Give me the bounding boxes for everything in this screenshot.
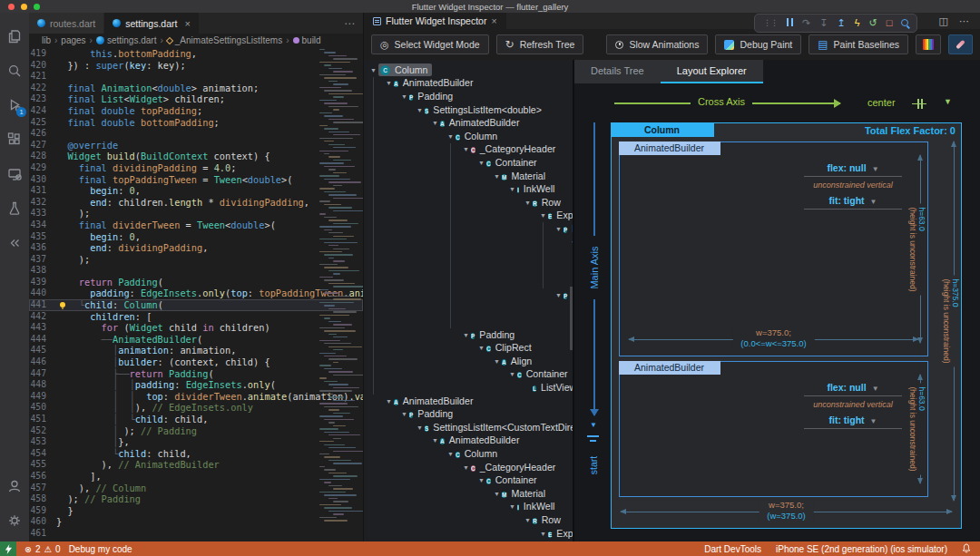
tree-item-Row[interactable]: ▼RRow	[368, 196, 573, 210]
slow-animations-button[interactable]: Slow Animations	[606, 34, 708, 54]
tree-item-AnimatedBuilder[interactable]: ▼AAnimatedBuilder	[368, 395, 573, 408]
problems-status[interactable]: ⊗ 2 ⚠ 0	[24, 544, 61, 554]
search-icon[interactable]	[0, 54, 29, 88]
chevron-down-icon[interactable]: ▼	[554, 292, 564, 298]
chevron-down-icon[interactable]: ▼	[415, 107, 425, 113]
column-layout-box[interactable]: Column Total Flex Factor: 0 AnimatedBuil…	[611, 122, 962, 529]
tree-item-Material[interactable]: ▼MMaterial	[368, 170, 573, 183]
tree-item-AnimatedBuilder[interactable]: ▼AAnimatedBuilder	[368, 116, 573, 130]
tab-flutter-widget-inspector[interactable]: Flutter Widget Inspector ×	[364, 13, 506, 29]
dart-devtools-status[interactable]: Dart DevTools	[704, 544, 761, 554]
split-editor-icon[interactable]: ◫	[939, 15, 948, 27]
drag-icon[interactable]: ⋮⋮	[763, 19, 778, 27]
chevron-down-icon[interactable]: ▼	[446, 133, 456, 140]
chevron-down-icon[interactable]: ▼	[507, 503, 517, 510]
tree-item-Padding[interactable]: ▼PPadding	[368, 328, 573, 342]
notifications-bell-icon[interactable]	[962, 543, 971, 555]
tab-details-tree[interactable]: Details Tree	[574, 60, 661, 83]
close-icon[interactable]: ×	[491, 15, 496, 26]
code-editor[interactable]: 419 this.bottomPadding,420 }) : super(ke…	[29, 47, 363, 541]
breadcrumb-item-build[interactable]: build	[293, 35, 321, 45]
tree-item-Column[interactable]: ▼CColumn	[368, 63, 573, 77]
fit-dropdown[interactable]: fit: tight▼	[804, 415, 902, 429]
flex-dropdown[interactable]: flex: null▼	[804, 162, 902, 177]
run-debug-icon[interactable]: 1	[0, 88, 29, 122]
chevron-down-icon[interactable]: ▼	[430, 120, 440, 126]
testing-icon[interactable]	[0, 191, 29, 226]
column-box-header[interactable]: Column	[611, 122, 714, 137]
chevron-down-icon[interactable]: ▼	[384, 398, 394, 405]
tree-item-Align[interactable]: ▼AAlign	[368, 355, 573, 368]
editor-more-actions-icon[interactable]: ⋯	[336, 13, 363, 34]
tree-item-Expanded[interactable]: ▼EExpanded	[368, 210, 573, 223]
tree-item-SizeTransition[interactable]: ▼SSizeTransition	[368, 262, 573, 276]
pause-icon[interactable]	[787, 18, 793, 28]
hot-reload-icon[interactable]: ϟ	[855, 18, 860, 28]
debug-paint-button[interactable]: Debug Paint	[715, 34, 801, 54]
tree-item-Padding[interactable]: ▼PPadding	[368, 90, 573, 103]
remote-indicator[interactable]	[0, 541, 16, 556]
tree-item-RotationTransition[interactable]: ▼RRotationTransition	[368, 302, 573, 316]
theme-brush-button[interactable]	[948, 34, 973, 54]
tree-item-SettingsListItem-CustomTextDirection-[interactable]: ▼SSettingsListItem<CustomTextDirection>	[368, 421, 573, 434]
tree-item-Container[interactable]: ▼CContainer	[368, 156, 573, 170]
chevron-down-icon[interactable]: ▼	[554, 226, 564, 232]
chevron-down-icon[interactable]: ▼	[430, 437, 440, 444]
tree-item-SettingsListItem-double-[interactable]: ▼SSettingsListItem<double>	[368, 103, 573, 117]
chevron-down-icon[interactable]: ▼	[461, 332, 471, 338]
chevron-down-icon[interactable]: ▼	[523, 517, 533, 523]
tree-item-Expanded[interactable]: ▼EExpanded	[368, 527, 573, 541]
minimap[interactable]	[318, 49, 358, 541]
cross-axis-alignment-value[interactable]: center	[867, 97, 896, 108]
flex-dropdown[interactable]: flex: null▼	[804, 382, 902, 396]
collapse-icon[interactable]	[0, 226, 29, 260]
select-widget-mode-button[interactable]: ◎ Select Widget Mode	[371, 34, 489, 54]
chevron-down-icon[interactable]: ▼	[446, 451, 456, 457]
tree-item-AnimatedBuilder[interactable]: ▼AAnimatedBuilder	[368, 77, 573, 91]
tree-item-Icon[interactable]: IIcon	[368, 315, 573, 328]
main-axis-alignment-value[interactable]: start	[588, 447, 599, 483]
tree-item-Container[interactable]: ▼CContainer	[368, 473, 573, 487]
tree-item-Container[interactable]: ▼CContainer	[368, 368, 573, 382]
tree-item-InkWell[interactable]: ▼IInkWell	[368, 182, 573, 196]
chevron-down-icon[interactable]: ▼	[384, 80, 394, 86]
tree-scrollbar[interactable]	[570, 287, 573, 350]
step-out-icon[interactable]: ↥	[837, 18, 845, 28]
tree-item-Column[interactable]: ▼CColumn	[368, 236, 573, 249]
chevron-down-icon[interactable]: ▼	[523, 200, 533, 206]
tab-layout-explorer[interactable]: Layout Explorer	[661, 60, 763, 83]
tree-item-Material[interactable]: ▼MMaterial	[368, 487, 573, 501]
step-into-icon[interactable]: ↧	[819, 18, 828, 28]
tree-item-InkWell[interactable]: ▼IInkWell	[368, 501, 573, 514]
breadcrumb-item-settings.dart[interactable]: settings.dart	[96, 35, 156, 45]
tree-item-Column[interactable]: ▼CColumn	[368, 130, 573, 143]
stop-icon[interactable]: □	[887, 18, 893, 28]
tree-item-AnimatedBuilder[interactable]: ▼AAnimatedBuilder	[368, 434, 573, 448]
chevron-down-icon[interactable]: ▼	[538, 531, 548, 537]
chevron-down-icon[interactable]: ▼	[492, 491, 502, 497]
chevron-down-icon[interactable]: ▼	[368, 67, 378, 73]
breadcrumb-item-_AnimateSettingsListItems[interactable]: _AnimateSettingsListItems	[167, 35, 282, 45]
chevron-down-icon[interactable]: ▼	[538, 212, 548, 219]
chevron-down-icon[interactable]: ▼	[476, 345, 486, 351]
extensions-icon[interactable]	[0, 122, 29, 157]
tree-item-Padding[interactable]: ▼PPadding	[368, 407, 573, 421]
flex-child-box-AnimatedBuilder[interactable]: AnimatedBuilderflex: null▼unconstrained …	[619, 361, 928, 497]
more-actions-icon[interactable]: ⋯	[959, 15, 969, 27]
repaint-rainbow-button[interactable]	[916, 34, 941, 54]
chevron-down-icon[interactable]: ▼	[399, 93, 409, 100]
chevron-down-icon[interactable]: ▼	[476, 160, 486, 166]
step-over-icon[interactable]: ↷	[802, 18, 810, 28]
tree-item-Text[interactable]: TText	[368, 249, 573, 262]
device-status[interactable]: iPhone SE (2nd generation) (ios simulato…	[776, 544, 947, 554]
tab-settings.dart[interactable]: settings.dart×	[104, 13, 200, 34]
chevron-down-icon[interactable]: ▼	[461, 464, 471, 471]
chevron-down-icon[interactable]: ▼	[476, 477, 486, 483]
tree-item-ListView[interactable]: LListView	[368, 381, 573, 395]
tab-routes.dart[interactable]: routes.dart	[29, 13, 104, 34]
restart-icon[interactable]: ↺	[868, 18, 877, 28]
tree-item-Padding[interactable]: ▼PPadding	[368, 222, 573, 236]
settings-gear-icon[interactable]	[0, 503, 29, 538]
child-box-header[interactable]: AnimatedBuilder	[619, 141, 720, 155]
chevron-down-icon[interactable]: ▼	[492, 358, 502, 365]
